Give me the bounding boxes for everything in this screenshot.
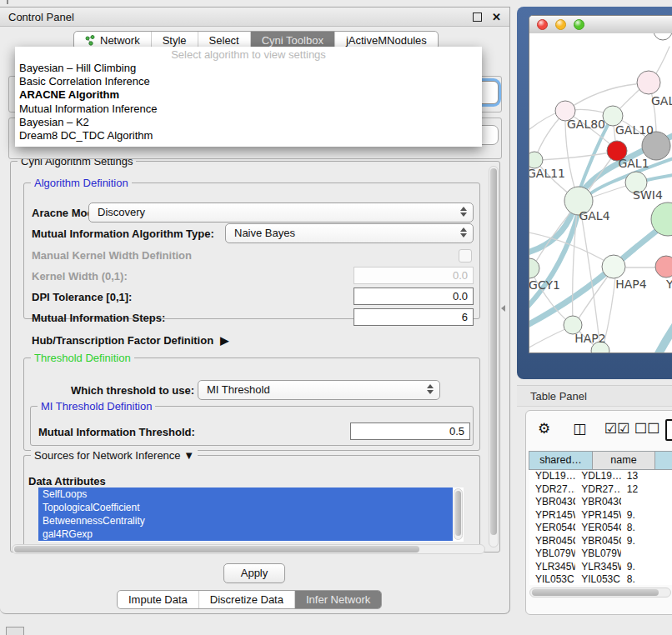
table-row[interactable]: YBL079WYBL079W — [529, 548, 672, 561]
scrollbar-thumb[interactable] — [532, 589, 659, 596]
table-horizontal-scrollbar[interactable] — [529, 588, 671, 598]
table-cell: YLR345W — [529, 561, 575, 574]
float-window-icon[interactable] — [473, 12, 482, 22]
table-cell: 8. — [621, 522, 672, 535]
table-cell: YBL079W — [575, 548, 621, 561]
network-canvas[interactable]: GALGAL80GAL10GAL1GAL11SWI4GAL4GCY1HAP4YH… — [529, 33, 672, 352]
network-node[interactable] — [655, 256, 672, 278]
application-root: Control Panel ✕ NetworkStyleSelectCyni T… — [0, 0, 672, 635]
manual-kernel-width-checkbox[interactable] — [459, 249, 472, 262]
settings-gear-icon[interactable]: ⚙ — [538, 420, 550, 438]
settings-vertical-scrollbar[interactable] — [489, 166, 499, 548]
data-attributes-label: Data Attributes — [28, 475, 106, 488]
table-row[interactable]: YLR345WYLR345W9. — [529, 561, 672, 574]
table-row[interactable]: YBR043CYBR043C — [529, 496, 672, 509]
collapsed-panel-icon[interactable] — [6, 627, 24, 635]
close-traffic-light[interactable] — [537, 19, 548, 30]
bottom-tabstrip: Impute DataDiscretize DataInfer Network — [117, 590, 382, 609]
table-function-icon[interactable] — [665, 419, 672, 441]
tab-impute-data[interactable]: Impute Data — [118, 591, 198, 608]
algorithm-option-mutual-information-inference[interactable]: Mutual Information Inference — [15, 102, 482, 116]
settings-horizontal-scrollbar[interactable] — [12, 544, 485, 554]
aracne-mode-select[interactable]: Discovery — [88, 202, 474, 222]
table-cell: YPR145W — [529, 509, 575, 522]
corner-tick — [7, 0, 8, 4]
splitpane-collapse-arrow[interactable] — [501, 305, 505, 312]
algorithm-option-bayesian-k2[interactable]: Bayesian – K2 — [15, 116, 482, 129]
mi-threshold-field[interactable]: 0.5 — [350, 422, 470, 440]
table-body: YDL19…YDL19…13YDR27…YDR27…12YBR043CYBR04… — [529, 470, 672, 585]
network-node[interactable] — [529, 152, 543, 168]
stepper-arrows-icon — [460, 228, 467, 238]
attribute-item-selfloops[interactable]: SelfLoops — [38, 488, 453, 501]
dpi-tolerance-label: DPI Tolerance [0,1]: — [32, 291, 132, 303]
dropdown-placeholder: Select algorithm to view settings — [15, 48, 482, 62]
table-cell: YLR345W — [575, 561, 621, 574]
mi-threshold-label: Mutual Information Threshold: — [38, 426, 195, 438]
table-row[interactable]: YIL053CYIL053C8. — [529, 573, 672, 585]
mi-algorithm-type-select[interactable]: Naive Bayes — [225, 223, 474, 243]
attribute-item-topologicalcoefficient[interactable]: TopologicalCoefficient — [38, 501, 453, 514]
table-row[interactable]: YPR145WYPR145W9. — [529, 509, 672, 522]
attribute-item-gal4rgexp[interactable]: gal4RGexp — [38, 528, 453, 541]
control-panel-title: Control Panel — [8, 11, 473, 23]
list-vertical-scrollbar[interactable] — [454, 488, 463, 540]
mi-algorithm-type-label: Mutual Information Algorithm Type: — [32, 228, 214, 240]
table-cell: YDR27… — [529, 483, 575, 497]
table-row[interactable]: YER054CYER054C8. — [529, 522, 672, 535]
network-edge — [539, 152, 616, 160]
table-cell: 9. — [621, 535, 672, 548]
network-node[interactable] — [654, 33, 672, 40]
network-node[interactable] — [637, 71, 660, 94]
column-header-a[interactable]: A — [654, 451, 672, 470]
sources-title-text: Sources for Network Inference — [34, 449, 181, 462]
network-graph: GALGAL80GAL10GAL1GAL11SWI4GAL4GCY1HAP4YH… — [529, 33, 672, 352]
algorithm-option-dream8-dc-tdc-algorithm[interactable]: Dream8 DC_TDC Algorithm — [15, 129, 482, 142]
node-label-hap2: HAP2 — [574, 332, 605, 345]
apply-button[interactable]: Apply — [223, 563, 285, 583]
algorithm-definition-title: Algorithm Definition — [31, 177, 132, 189]
mi-steps-field[interactable]: 6 — [354, 308, 474, 326]
mi-threshold-definition-title: MI Threshold Definition — [38, 400, 155, 412]
table-cell: YDR27… — [575, 483, 621, 497]
table-cell: YBL079W — [529, 548, 575, 561]
column-header-shared[interactable]: shared… — [529, 451, 593, 470]
close-panel-icon[interactable]: ✕ — [492, 11, 501, 23]
network-view-window: GALGAL80GAL10GAL1GAL11SWI4GAL4GCY1HAP4YH… — [529, 15, 672, 353]
tab-infer-network[interactable]: Infer Network — [294, 591, 381, 608]
tab-label: Infer Network — [306, 591, 370, 608]
scrollbar-thumb[interactable] — [14, 546, 419, 552]
dpi-tolerance-field[interactable]: 0.0 — [354, 288, 474, 305]
algorithm-option-basic-correlation-inference[interactable]: Basic Correlation Inference — [15, 75, 482, 88]
table-row[interactable]: YDL19…YDL19…13 — [529, 470, 672, 483]
tab-discretize-data[interactable]: Discretize Data — [198, 591, 294, 608]
which-threshold-label: Which threshold to use: — [71, 384, 194, 397]
hub-definition-label: Hub/Transcription Factor Definition — [32, 334, 213, 347]
network-view-frame: GALGAL80GAL10GAL1GAL11SWI4GAL4GCY1HAP4YH… — [517, 7, 672, 379]
kernel-width-field[interactable]: 0.0 — [354, 267, 474, 284]
scrollbar-thumb[interactable] — [455, 491, 461, 536]
attribute-item-betweennesscentrality[interactable]: BetweennessCentrality — [38, 514, 453, 528]
threshold-definition-title: Threshold Definition — [31, 352, 134, 364]
table-cell: YDL19… — [529, 470, 575, 483]
table-row[interactable]: YDR27…YDR27…12 — [529, 483, 672, 497]
split-columns-icon[interactable]: ◫ — [573, 420, 586, 438]
table-cell: YBR043C — [529, 496, 575, 509]
table-row[interactable]: YBR045CYBR045C9. — [529, 535, 672, 548]
table-cell: YDL19… — [575, 470, 621, 483]
sources-group-title[interactable]: Sources for Network Inference ▼ — [31, 449, 198, 462]
network-node[interactable] — [529, 258, 539, 278]
algorithm-option-aracne-algorithm[interactable]: ARACNE Algorithm — [15, 88, 482, 102]
control-panel-titlebar: Control Panel ✕ — [0, 8, 509, 27]
which-threshold-select[interactable]: MI Threshold — [198, 380, 440, 400]
node-label-hap4: HAP4 — [615, 278, 647, 291]
column-header-name[interactable]: name — [592, 451, 655, 470]
hub-definition-toggle[interactable]: Hub/Transcription Factor Definition▶ — [32, 334, 228, 347]
zoom-traffic-light[interactable] — [574, 19, 584, 30]
algorithm-option-bayesian-hill-climbing[interactable]: Bayesian – Hill Climbing — [15, 62, 482, 75]
deselect-checkboxes-icon[interactable]: ☐☐ — [634, 420, 659, 438]
minimize-traffic-light[interactable] — [555, 19, 566, 30]
scrollbar-thumb[interactable] — [490, 168, 497, 535]
network-node[interactable] — [602, 255, 625, 278]
select-all-checkboxes-icon[interactable]: ☑☑ — [604, 420, 629, 438]
